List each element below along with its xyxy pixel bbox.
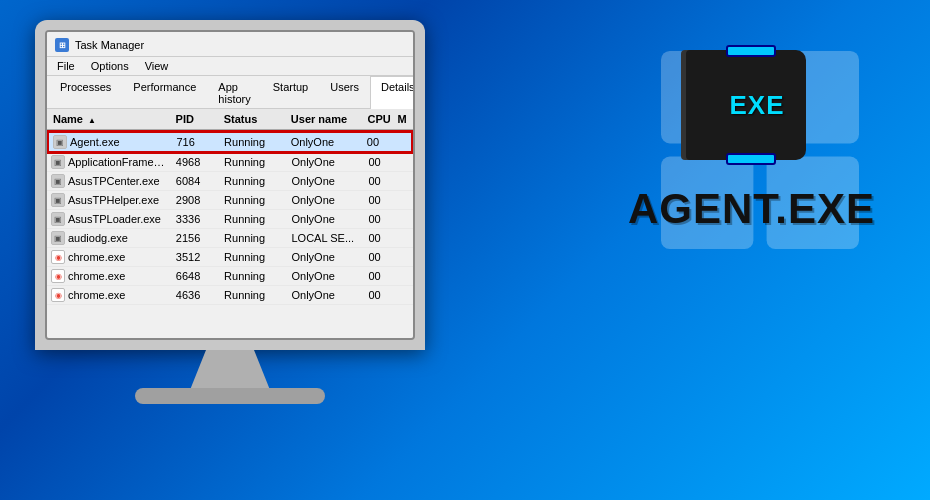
proc-pid: 4636 xyxy=(172,287,220,303)
monitor-base xyxy=(135,388,325,404)
proc-icon: ◉ xyxy=(51,288,65,302)
proc-icon: ◉ xyxy=(51,269,65,283)
col-header-cpu[interactable]: CPU xyxy=(364,111,394,127)
window-title: Task Manager xyxy=(75,39,144,51)
table-row[interactable]: ▣ ApplicationFrameHo... 4968 Running Onl… xyxy=(47,153,413,172)
menu-file[interactable]: File xyxy=(55,59,77,73)
titlebar: ⊞ Task Manager xyxy=(47,32,413,57)
menu-options[interactable]: Options xyxy=(89,59,131,73)
proc-name: AsusTPCenter.exe xyxy=(68,175,160,187)
monitor-screen: ⊞ Task Manager File Options View Process… xyxy=(35,20,425,350)
proc-pid: 716 xyxy=(172,134,220,150)
tab-startup[interactable]: Startup xyxy=(262,76,319,109)
proc-pid: 2156 xyxy=(172,230,220,246)
col-header-user[interactable]: User name xyxy=(287,111,364,127)
taskmanager-icon: ⊞ xyxy=(55,38,69,52)
monitor-inner: ⊞ Task Manager File Options View Process… xyxy=(45,30,415,340)
proc-pid: 6648 xyxy=(172,268,220,284)
proc-name-cell: ◉ chrome.exe xyxy=(47,287,172,303)
table-row[interactable]: ◉ chrome.exe 3512 Running OnlyOne 00 xyxy=(47,248,413,267)
exe-book: EXE xyxy=(676,40,826,170)
task-manager-window: ⊞ Task Manager File Options View Process… xyxy=(47,32,413,338)
proc-mem xyxy=(394,274,414,278)
proc-name: chrome.exe xyxy=(68,270,125,282)
proc-name-cell: ▣ audiodg.exe xyxy=(47,230,172,246)
proc-icon: ▣ xyxy=(51,174,65,188)
tab-processes[interactable]: Processes xyxy=(49,76,122,109)
proc-user: OnlyOne xyxy=(287,154,364,170)
table-row[interactable]: ▣ AsusTPCenter.exe 6084 Running OnlyOne … xyxy=(47,172,413,191)
proc-name-cell: ▣ ApplicationFrameHo... xyxy=(47,154,172,170)
proc-user: LOCAL SE... xyxy=(287,230,364,246)
table-row[interactable]: ▣ audiodg.exe 2156 Running LOCAL SE... 0… xyxy=(47,229,413,248)
col-header-pid[interactable]: PID xyxy=(172,111,220,127)
book-exe-label: EXE xyxy=(729,90,784,121)
proc-name-cell: ◉ chrome.exe xyxy=(47,268,172,284)
tab-bar: Processes Performance App history Startu… xyxy=(47,76,413,109)
menu-view[interactable]: View xyxy=(143,59,171,73)
proc-mem xyxy=(394,198,414,202)
menubar: File Options View xyxy=(47,57,413,76)
col-header-mem[interactable]: M xyxy=(394,111,413,127)
proc-name: AsusTPHelper.exe xyxy=(68,194,159,206)
exe-graphic-container: EXE AGENT.EXE xyxy=(628,40,875,233)
monitor: ⊞ Task Manager File Options View Process… xyxy=(35,20,455,430)
table-row[interactable]: ◉ chrome.exe 6648 Running OnlyOne 00 xyxy=(47,267,413,286)
proc-icon: ▣ xyxy=(51,193,65,207)
proc-name: ApplicationFrameHo... xyxy=(68,156,168,168)
proc-pid: 2908 xyxy=(172,192,220,208)
proc-status: Running xyxy=(220,192,287,208)
proc-icon: ▣ xyxy=(51,231,65,245)
agent-exe-title: AGENT.EXE xyxy=(628,185,875,233)
book-clip-top xyxy=(726,45,776,57)
proc-user: OnlyOne xyxy=(287,173,364,189)
proc-pid: 4968 xyxy=(172,154,220,170)
proc-cpu: 00 xyxy=(364,192,393,208)
proc-cpu: 00 xyxy=(364,249,393,265)
proc-user: OnlyOne xyxy=(287,211,364,227)
proc-user: OnlyOne xyxy=(287,134,363,150)
proc-status: Running xyxy=(220,134,287,150)
proc-cpu: 00 xyxy=(364,211,393,227)
sort-arrow-name: ▲ xyxy=(88,116,96,125)
tab-performance[interactable]: Performance xyxy=(122,76,207,109)
col-header-name[interactable]: Name ▲ xyxy=(47,111,172,127)
proc-status: Running xyxy=(220,268,287,284)
proc-name: Agent.exe xyxy=(70,136,120,148)
proc-name-cell: ▣ AsusTPHelper.exe xyxy=(47,192,172,208)
proc-cpu: 00 xyxy=(364,154,393,170)
book-clip-bottom xyxy=(726,153,776,165)
proc-status: Running xyxy=(220,173,287,189)
proc-name-cell: ▣ Agent.exe xyxy=(49,134,172,150)
table-row[interactable]: ▣ AsusTPHelper.exe 2908 Running OnlyOne … xyxy=(47,191,413,210)
proc-cpu: 00 xyxy=(363,134,392,150)
tab-app-history[interactable]: App history xyxy=(207,76,261,109)
monitor-stand xyxy=(190,350,270,390)
proc-name-cell: ◉ chrome.exe xyxy=(47,249,172,265)
proc-mem xyxy=(394,236,414,240)
proc-user: OnlyOne xyxy=(287,192,364,208)
col-header-status[interactable]: Status xyxy=(220,111,287,127)
tab-users[interactable]: Users xyxy=(319,76,370,109)
process-table: ▣ Agent.exe 716 Running OnlyOne 00 ▣ App… xyxy=(47,131,413,305)
table-header: Name ▲ PID Status User name CPU M xyxy=(47,109,413,131)
proc-status: Running xyxy=(220,230,287,246)
proc-cpu: 00 xyxy=(364,287,393,303)
proc-pid: 3336 xyxy=(172,211,220,227)
proc-icon: ▣ xyxy=(51,212,65,226)
proc-name: chrome.exe xyxy=(68,289,125,301)
proc-user: OnlyOne xyxy=(287,249,364,265)
proc-cpu: 00 xyxy=(364,173,393,189)
proc-cpu: 00 xyxy=(364,230,393,246)
proc-mem xyxy=(392,140,411,144)
proc-icon: ▣ xyxy=(53,135,67,149)
proc-pid: 3512 xyxy=(172,249,220,265)
table-row[interactable]: ◉ chrome.exe 4636 Running OnlyOne 00 xyxy=(47,286,413,305)
table-row[interactable]: ▣ AsusTPLoader.exe 3336 Running OnlyOne … xyxy=(47,210,413,229)
table-row[interactable]: ▣ Agent.exe 716 Running OnlyOne 00 xyxy=(47,131,413,153)
proc-status: Running xyxy=(220,287,287,303)
proc-name: chrome.exe xyxy=(68,251,125,263)
tab-details[interactable]: Details xyxy=(370,76,415,109)
proc-icon: ▣ xyxy=(51,155,65,169)
proc-mem xyxy=(394,160,414,164)
